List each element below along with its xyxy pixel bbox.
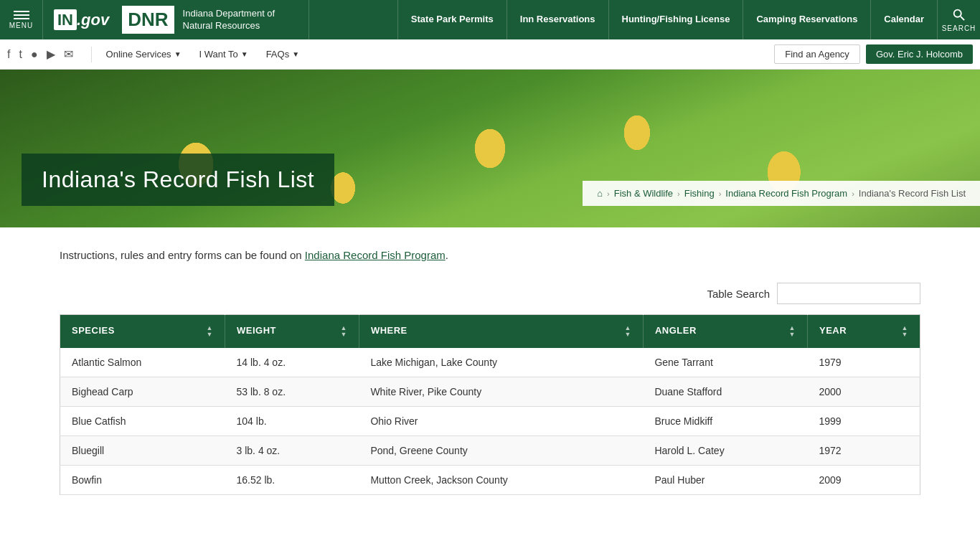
cell-angler: Gene Tarrant <box>643 348 807 377</box>
menu-bar-2 <box>14 14 29 16</box>
species-col-label: SPECIES <box>72 325 115 336</box>
faqs-label: FAQs <box>266 49 290 60</box>
twitter-icon[interactable]: t <box>19 48 22 61</box>
cell-where: Lake Michigan, Lake County <box>359 348 643 377</box>
breadcrumb-sep-3: › <box>852 189 854 198</box>
cell-where: Mutton Creek, Jackson County <box>359 466 643 495</box>
breadcrumb-current: Indiana's Record Fish List <box>859 188 966 199</box>
year-col-label: YEAR <box>819 325 847 336</box>
i-want-to-menu[interactable]: I Want To ▼ <box>192 46 255 62</box>
nav-hunting-fishing-license[interactable]: Hunting/Fishing License <box>608 0 743 39</box>
facebook-icon[interactable]: f <box>7 48 10 61</box>
cell-year: 1979 <box>808 348 920 377</box>
in-gov-logo[interactable]: IN.gov <box>54 11 109 29</box>
faqs-chevron: ▼ <box>292 50 299 58</box>
home-icon[interactable]: ⌂ <box>597 188 603 199</box>
weight-col-label: WEIGHT <box>237 325 276 336</box>
search-label: SEARCH <box>942 24 976 32</box>
table-row: Bluegill3 lb. 4 oz.Pond, Greene CountyHa… <box>60 436 920 466</box>
i-want-to-label: I Want To <box>199 49 238 60</box>
angler-sort: ▲▼ <box>789 325 796 338</box>
cell-weight: 3 lb. 4 oz. <box>225 436 359 466</box>
breadcrumb-fishing[interactable]: Fishing <box>684 188 715 199</box>
breadcrumb: ⌂ › Fish & Wildlife › Fishing › Indiana … <box>583 181 980 206</box>
col-header-year[interactable]: YEAR ▲▼ <box>808 315 920 349</box>
breadcrumb-sep-1: › <box>677 189 680 198</box>
species-sort: ▲▼ <box>207 325 213 338</box>
secondary-nav-links: Online Services ▼ I Want To ▼ FAQs ▼ <box>99 46 306 62</box>
intro-text-after: . <box>446 249 448 261</box>
hero-section: Indiana's Record Fish List ⌂ › Fish & Wi… <box>0 70 980 227</box>
col-header-angler[interactable]: ANGLER ▲▼ <box>643 315 807 349</box>
cell-species: Atlantic Salmon <box>60 348 225 377</box>
top-navigation: MENU IN.gov DNR Indiana Department of Na… <box>0 0 980 39</box>
weight-sort: ▲▼ <box>340 325 347 338</box>
breadcrumb-fish-wildlife[interactable]: Fish & Wildlife <box>614 188 673 199</box>
cell-year: 2000 <box>808 377 920 407</box>
cell-where: Pond, Greene County <box>359 436 643 466</box>
nav-divider <box>91 47 92 62</box>
cell-where: Ohio River <box>359 407 643 436</box>
table-search-row: Table Search <box>60 283 920 304</box>
top-nav-links: State Park Permits Inn Reservations Hunt… <box>397 0 937 39</box>
email-icon[interactable]: ✉ <box>64 47 73 61</box>
page-title: Indiana's Record Fish List <box>42 166 314 193</box>
social-icons: f t ● ▶ ✉ <box>7 47 73 61</box>
cell-angler: Bruce Midkiff <box>643 407 807 436</box>
menu-button[interactable]: MENU <box>0 0 43 39</box>
cell-weight: 104 lb. <box>225 407 359 436</box>
cell-where: White River, Pike County <box>359 377 643 407</box>
cell-angler: Paul Huber <box>643 466 807 495</box>
search-icon <box>951 7 967 23</box>
youtube-icon[interactable]: ▶ <box>47 47 55 61</box>
online-services-menu[interactable]: Online Services ▼ <box>99 46 189 62</box>
instagram-icon[interactable]: ● <box>31 48 38 61</box>
nav-state-park-permits[interactable]: State Park Permits <box>397 0 507 39</box>
cell-weight: 53 lb. 8 oz. <box>225 377 359 407</box>
record-fish-program-link[interactable]: Indiana Record Fish Program <box>305 249 446 261</box>
logo-area: IN.gov DNR Indiana Department of Natural… <box>43 0 309 39</box>
cell-species: Bluegill <box>60 436 225 466</box>
cell-year: 1999 <box>808 407 920 436</box>
agency-name: Indiana Department of Natural Resources <box>183 8 298 32</box>
where-sort: ▲▼ <box>624 325 631 338</box>
cell-species: Bighead Carp <box>60 377 225 407</box>
cell-weight: 14 lb. 4 oz. <box>225 348 359 377</box>
in-icon: IN <box>54 9 77 30</box>
menu-bar-1 <box>14 11 29 12</box>
cell-species: Blue Catfish <box>60 407 225 436</box>
table-header: SPECIES ▲▼ WEIGHT ▲▼ WHERE ▲▼ ANGLER ▲▼ … <box>60 315 920 349</box>
nav-calendar[interactable]: Calendar <box>870 0 937 39</box>
find-agency-button[interactable]: Find an Agency <box>774 44 860 64</box>
gov-button[interactable]: Gov. Eric J. Holcomb <box>866 44 973 64</box>
menu-label: MENU <box>9 22 33 29</box>
secondary-navigation: f t ● ▶ ✉ Online Services ▼ I Want To ▼ … <box>0 39 980 70</box>
faqs-menu[interactable]: FAQs ▼ <box>259 46 306 62</box>
col-header-where[interactable]: WHERE ▲▼ <box>359 315 643 349</box>
search-button[interactable]: SEARCH <box>937 0 980 39</box>
online-services-label: Online Services <box>106 49 171 60</box>
hero-overlay: Indiana's Record Fish List <box>22 154 334 206</box>
i-want-to-chevron: ▼ <box>241 50 248 58</box>
col-header-species[interactable]: SPECIES ▲▼ <box>60 315 225 349</box>
col-header-weight[interactable]: WEIGHT ▲▼ <box>225 315 359 349</box>
table-search-input[interactable] <box>777 283 920 304</box>
table-row: Atlantic Salmon14 lb. 4 oz.Lake Michigan… <box>60 348 920 377</box>
nav-camping-reservations[interactable]: Camping Reservations <box>743 0 870 39</box>
where-col-label: WHERE <box>371 325 407 336</box>
dnr-logo: DNR <box>122 6 174 34</box>
cell-year: 1972 <box>808 436 920 466</box>
nav-inn-reservations[interactable]: Inn Reservations <box>507 0 608 39</box>
gov-suffix: .gov <box>77 11 109 29</box>
table-row: Bighead Carp53 lb. 8 oz.White River, Pik… <box>60 377 920 407</box>
cell-year: 2009 <box>808 466 920 495</box>
cell-angler: Harold L. Catey <box>643 436 807 466</box>
breadcrumb-sep-0: › <box>607 189 610 198</box>
main-content: Instructions, rules and entry forms can … <box>31 227 949 524</box>
angler-col-label: ANGLER <box>655 325 697 336</box>
year-sort: ▲▼ <box>902 325 908 338</box>
online-services-chevron: ▼ <box>174 50 182 58</box>
breadcrumb-record-fish-program[interactable]: Indiana Record Fish Program <box>725 188 847 199</box>
breadcrumb-sep-2: › <box>719 189 722 198</box>
fish-table: SPECIES ▲▼ WEIGHT ▲▼ WHERE ▲▼ ANGLER ▲▼ … <box>60 314 920 495</box>
